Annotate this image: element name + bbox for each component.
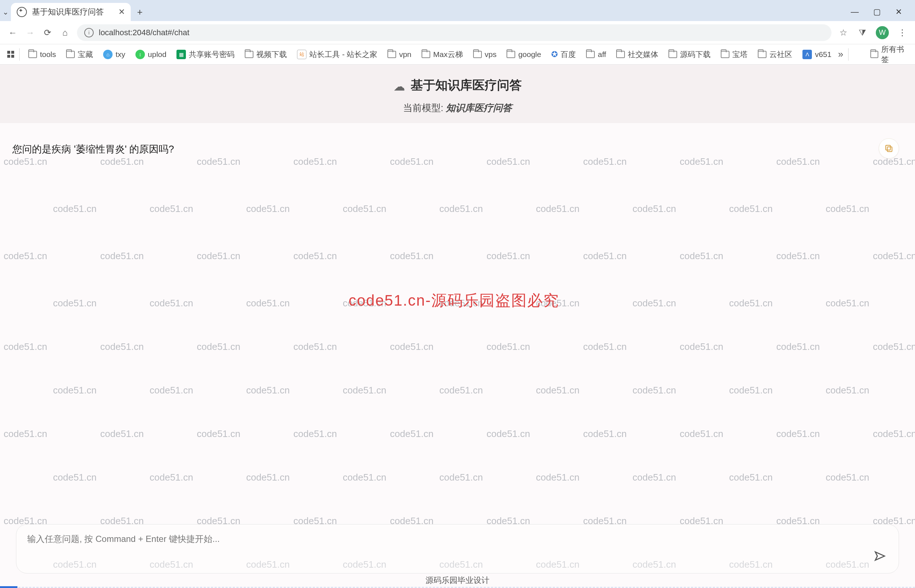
- footer-text: 源码乐园毕业设计: [0, 575, 915, 586]
- send-button[interactable]: [871, 548, 888, 564]
- folder-icon: [28, 51, 37, 58]
- bookmark-label: v651: [815, 50, 831, 59]
- url-input[interactable]: i localhost:2048/chat#/chat: [77, 24, 831, 41]
- apps-icon[interactable]: [7, 51, 14, 58]
- bookmark-label: Max云梯: [433, 49, 463, 60]
- zhanzhang-icon: 站: [297, 50, 306, 59]
- bookmark-label: 站长工具 - 站长之家: [309, 49, 377, 60]
- copy-button[interactable]: [879, 138, 899, 158]
- titlebar: ⌄ 基于知识库医疗问答 ✕ + — ▢ ✕: [0, 0, 915, 21]
- bookmark-label: 云社区: [770, 49, 792, 60]
- bookmark-txy[interactable]: ⌂txy: [100, 50, 129, 59]
- bookmark-star-icon[interactable]: ☆: [838, 27, 849, 38]
- bookmark-tools[interactable]: tools: [25, 50, 60, 59]
- window-minimize[interactable]: —: [851, 7, 859, 17]
- folder-icon: [758, 51, 766, 58]
- tab-favicon: [17, 7, 27, 17]
- bookmark-label: uplod: [148, 50, 166, 59]
- bookmark-社交媒体[interactable]: 社交媒体: [613, 49, 662, 60]
- folder-icon: [245, 51, 254, 58]
- bookmarks-overflow-icon[interactable]: »: [838, 48, 843, 60]
- folder-icon: [422, 51, 430, 58]
- model-indicator: 当前模型: 知识库医疗问答: [0, 102, 915, 114]
- new-tab-button[interactable]: +: [131, 3, 149, 21]
- chat-row: 您问的是疾病 '萎缩性胃炎' 的原因吗?: [0, 123, 915, 156]
- bookmark-label: 宝塔: [732, 49, 748, 60]
- bookmark-vps[interactable]: vps: [469, 50, 500, 59]
- bookmark-vpn[interactable]: vpn: [384, 50, 415, 59]
- folder-icon: [387, 51, 396, 58]
- url-text: localhost:2048/chat#/chat: [99, 28, 189, 37]
- browser-menu-icon[interactable]: ⋮: [897, 27, 908, 38]
- bookmark-label: 共享账号密码: [189, 49, 234, 60]
- folder-icon: [66, 51, 75, 58]
- window-controls: — ▢ ✕: [851, 7, 915, 21]
- bookmark-google[interactable]: google: [503, 50, 545, 59]
- bookmark-label: 社交媒体: [628, 49, 658, 60]
- bookmarks-bar: tools宝藏⌂txy↕uplod▦共享账号密码视频下载站站长工具 - 站长之家…: [0, 44, 915, 65]
- nav-back-icon[interactable]: ←: [7, 27, 18, 38]
- folder-icon: [870, 51, 878, 58]
- window-maximize[interactable]: ▢: [873, 7, 881, 17]
- browser-tab[interactable]: 基于知识库医疗问答 ✕: [11, 3, 131, 21]
- bookmark-共享账号密码[interactable]: ▦共享账号密码: [173, 49, 238, 60]
- bookmark-label: tools: [40, 50, 56, 59]
- bookmark-Max云梯[interactable]: Max云梯: [418, 49, 467, 60]
- nav-reload-icon[interactable]: ⟳: [42, 27, 53, 38]
- v-icon: Λ: [802, 50, 812, 59]
- all-bookmarks[interactable]: 所有书签: [870, 44, 908, 65]
- bookmark-label: google: [518, 50, 541, 59]
- bookmark-视频下载[interactable]: 视频下载: [241, 49, 291, 60]
- baidu-icon: ✪: [551, 50, 558, 59]
- hero: 基于知识库医疗问答 当前模型: 知识库医疗问答: [0, 65, 915, 123]
- bookmark-label: aff: [598, 50, 606, 59]
- bookmark-云社区[interactable]: 云社区: [754, 49, 796, 60]
- extensions-icon[interactable]: ⧩: [857, 27, 868, 38]
- folder-icon: [616, 51, 625, 58]
- page-content: 基于知识库医疗问答 当前模型: 知识库医疗问答 您问的是疾病 '萎缩性胃炎' 的…: [0, 65, 915, 156]
- bookmark-宝塔[interactable]: 宝塔: [717, 49, 751, 60]
- loading-bar: [0, 586, 18, 588]
- page-title: 基于知识库医疗问答: [0, 77, 915, 94]
- bookmark-宝藏[interactable]: 宝藏: [63, 49, 97, 60]
- folder-icon: [668, 51, 677, 58]
- folder-icon: [473, 51, 482, 58]
- bookmark-站长工具 - 站长之家[interactable]: 站站长工具 - 站长之家: [293, 49, 381, 60]
- bookmark-源码下载[interactable]: 源码下载: [665, 49, 714, 60]
- nav-home-icon[interactable]: ⌂: [60, 27, 70, 38]
- bookmark-label: 宝藏: [78, 49, 93, 60]
- tab-search-dropdown[interactable]: ⌄: [0, 3, 11, 21]
- bookmark-label: txy: [115, 50, 125, 59]
- svg-rect-1: [886, 145, 890, 150]
- profile-avatar[interactable]: W: [876, 26, 889, 39]
- send-icon: [873, 550, 886, 562]
- folder-icon: [586, 51, 595, 58]
- address-bar: ← → ⟳ ⌂ i localhost:2048/chat#/chat ☆ ⧩ …: [0, 21, 915, 44]
- sheet-icon: ▦: [176, 50, 186, 59]
- all-bookmarks-label: 所有书签: [881, 44, 908, 65]
- bookmark-label: 百度: [561, 49, 576, 60]
- composer-input[interactable]: [27, 533, 871, 564]
- svg-rect-0: [888, 147, 892, 152]
- site-info-icon[interactable]: i: [84, 28, 94, 37]
- copy-icon: [884, 144, 894, 153]
- window-close[interactable]: ✕: [896, 7, 902, 17]
- folder-icon: [721, 51, 729, 58]
- composer: [16, 524, 899, 573]
- cloud-badge-icon: ⌂: [103, 50, 113, 59]
- folder-icon: [506, 51, 515, 58]
- bookmark-uplod[interactable]: ↕uplod: [132, 50, 170, 59]
- bookmark-aff[interactable]: aff: [582, 50, 609, 59]
- browser-chrome: ⌄ 基于知识库医疗问答 ✕ + — ▢ ✕ ← → ⟳ ⌂ i localhos…: [0, 0, 915, 65]
- assistant-message: 您问的是疾病 '萎缩性胃炎' 的原因吗?: [12, 143, 174, 156]
- tab-close-button[interactable]: ✕: [118, 7, 125, 17]
- bookmark-v651[interactable]: Λv651: [799, 50, 835, 59]
- nav-forward-icon: →: [25, 27, 36, 38]
- bookmark-label: 源码下载: [680, 49, 711, 60]
- upload-badge-icon: ↕: [136, 50, 145, 59]
- bookmark-label: vpn: [399, 50, 411, 59]
- bookmark-百度[interactable]: ✪百度: [548, 49, 579, 60]
- tab-title: 基于知识库医疗问答: [32, 6, 104, 18]
- bookmark-label: 视频下载: [256, 49, 287, 60]
- watermark-center: code51.cn-源码乐园盗图必究: [349, 290, 559, 311]
